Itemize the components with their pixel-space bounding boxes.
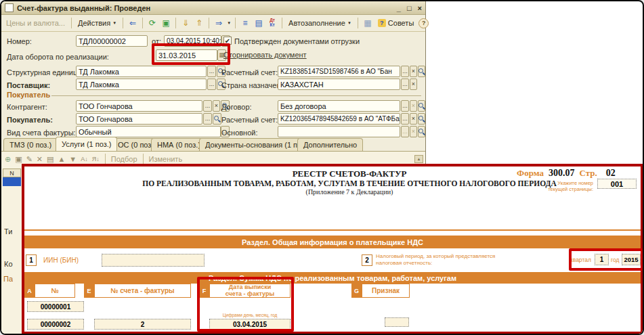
clear-icon[interactable]: × (213, 100, 220, 112)
clipped-label-1: Ти (4, 227, 12, 236)
section2-band: Раздел. Сумма НДС по реализованным товар… (24, 272, 641, 284)
copy-document-icon[interactable]: ▣ (160, 18, 171, 28)
dt-kt-icon[interactable]: Дт Кт (267, 18, 278, 28)
account1-label: Расчетный счет: (221, 68, 278, 76)
country-field[interactable]: КАЗАХСТАН (278, 79, 400, 90)
tab-strip-line (1, 151, 425, 152)
magnifier-glyph (418, 68, 425, 75)
search-icon[interactable] (418, 66, 425, 77)
save-close-icon[interactable]: ⇐ (127, 18, 138, 28)
sort-asc-icon[interactable]: А↓ (81, 156, 88, 162)
column-header-invoice-number: № счета - фактуры (94, 284, 191, 298)
search-icon[interactable] (418, 100, 425, 112)
row2-invoice-number-cell[interactable]: 2 (94, 319, 191, 330)
chevron-down-icon[interactable]: ▼ (227, 21, 231, 25)
delete-row-icon[interactable]: ✕ (37, 156, 43, 163)
ellipsis-button[interactable]: ... (401, 126, 409, 137)
clear-icon[interactable]: × (410, 113, 417, 125)
magnifier-glyph (418, 116, 425, 122)
selected-row-fragment[interactable] (3, 177, 21, 186)
structural-unit-field[interactable]: ТД Лакомка (76, 66, 207, 77)
clear-icon[interactable]: × (410, 66, 417, 77)
tab-additional[interactable]: Дополнительно (297, 138, 363, 151)
account1-field[interactable]: KZ18385147SD15987456 в АО "Бан (278, 66, 400, 77)
edit-row-icon[interactable]: ✎ (26, 156, 33, 163)
window-titlebar[interactable]: Счет-фактура выданный: Проведен _ □ × (1, 1, 425, 15)
clear-icon[interactable]: × (410, 100, 417, 112)
highlight-invoice-date-column (197, 277, 294, 332)
storno-link[interactable]: Сторнировать документ (223, 51, 307, 59)
buyer-label: Покупатель: (7, 116, 53, 124)
section1-band: Раздел. Общая информация о плательщике Н… (24, 236, 641, 248)
page-number: 02 (602, 168, 620, 179)
minimize-button[interactable]: _ (397, 4, 401, 12)
main-field[interactable] (278, 126, 400, 137)
account2-label: Расчетный счет: (221, 116, 278, 124)
toolbar-separator (235, 18, 236, 28)
row1-number-cell[interactable]: 00000001 (27, 301, 84, 312)
ellipsis-button[interactable]: ... (401, 79, 409, 90)
ellipsis-button[interactable]: ... (401, 100, 409, 112)
tab-services[interactable]: Услуги (1 поз.) (56, 137, 117, 151)
help-icon[interactable]: ? (418, 18, 429, 28)
chevron-down-icon: ▼ (347, 21, 351, 25)
unpost-document-icon[interactable]: ⇑ (194, 18, 205, 28)
move-up-icon[interactable]: ▲ (58, 156, 65, 163)
row2-number-cell[interactable]: 00000002 (27, 319, 84, 330)
iin-label: ИИН (БИН) (43, 256, 79, 264)
contragent-field[interactable]: ТОО Гончарова (76, 100, 202, 112)
clear-icon[interactable]: × (410, 79, 417, 90)
contract-field[interactable]: Без договора (278, 100, 400, 112)
page-number-input[interactable]: 001 (597, 179, 637, 189)
goto-icon[interactable]: ⇒ (213, 18, 224, 28)
clipped-label-2: Ко (4, 260, 13, 268)
toolbar-separator (209, 18, 209, 28)
list-icon[interactable]: ≡ (240, 18, 251, 28)
prices-currency-button[interactable]: Цены и валюта... (4, 18, 67, 28)
close-button[interactable]: × (418, 4, 422, 12)
ellipsis-button[interactable]: ... (207, 66, 216, 77)
tips-button[interactable]: ? Советы (376, 18, 416, 28)
rows-icon[interactable]: ▤ (47, 156, 53, 163)
form-label: Форма (517, 168, 544, 179)
clear-icon[interactable]: × (410, 126, 417, 137)
refresh-icon[interactable]: ⟳ (147, 18, 158, 28)
invoice-kind-field[interactable]: Обычный (76, 126, 221, 137)
change-button[interactable]: Изменить (149, 155, 183, 163)
invoice-kind-label: Вид счета фактуры: (7, 129, 76, 137)
actions-menu-button[interactable]: Действия ▼ (76, 18, 119, 28)
ellipsis-button[interactable]: ... (401, 66, 409, 77)
toolbar-separator (71, 18, 72, 28)
pick-button[interactable]: Подбор (111, 155, 137, 163)
row2-attribute-cell[interactable] (385, 317, 409, 327)
iin-input[interactable] (102, 254, 205, 267)
copy-row-icon[interactable]: ▣ (15, 156, 22, 163)
form-number-row: Форма 300.07 Стр. 02 (517, 168, 620, 179)
tab-tmz[interactable]: ТМЗ (0 поз.) (3, 138, 58, 151)
tab-nma[interactable]: НМА (0 поз.) (151, 138, 207, 151)
scrollbar-up-button[interactable]: ▲ (414, 155, 423, 163)
report-icon[interactable]: ▦ (362, 18, 373, 28)
add-row-icon[interactable]: ⊕ (5, 156, 11, 163)
ellipsis-button[interactable]: ... (401, 113, 409, 125)
account2-field[interactable]: KZ120365478945842659 в АО "АТФБа (278, 113, 400, 125)
search-icon[interactable] (213, 113, 221, 125)
number-field[interactable]: ТДЛ00000002 (76, 35, 148, 47)
ellipsis-button[interactable]: ... (203, 100, 212, 112)
section-divider (51, 95, 421, 96)
supplier-field[interactable]: ТД Лакомка (76, 79, 207, 90)
contragent-label: Контрагент: (7, 103, 47, 111)
list-check-icon[interactable]: ▤ (253, 18, 264, 28)
column-header-number: № (35, 284, 75, 298)
move-down-icon[interactable]: ▼ (69, 156, 77, 163)
ellipsis-button[interactable]: ... (203, 113, 212, 125)
buyer-field[interactable]: ТОО Гончарова (76, 113, 202, 125)
period-label-line2: налоговая отчетность: (376, 260, 432, 266)
sort-desc-icon[interactable]: Я↓ (92, 156, 100, 162)
search-icon[interactable] (418, 126, 425, 137)
search-icon[interactable] (418, 113, 425, 125)
autofill-button[interactable]: Автозаполнение ▼ (286, 18, 353, 28)
maximize-button[interactable]: □ (407, 4, 412, 12)
post-document-icon[interactable]: ⇓ (180, 18, 191, 28)
ellipsis-button[interactable]: ... (207, 79, 216, 90)
